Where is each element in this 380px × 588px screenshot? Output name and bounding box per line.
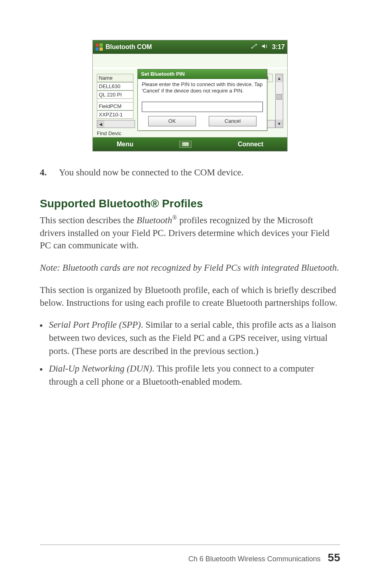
pin-input[interactable] xyxy=(142,102,263,112)
bullet-dun: Dial-Up Networking (DUN). This profile l… xyxy=(40,362,340,388)
cancel-button[interactable]: Cancel xyxy=(209,116,257,126)
step-text: You should now be connected to the COM d… xyxy=(59,166,243,179)
keyboard-icon[interactable]: ⌨ xyxy=(179,141,192,148)
table-row: DELL630 xyxy=(97,82,133,90)
profile-paragraph: This section is organized by Bluetooth p… xyxy=(40,284,340,309)
dialog-text: Please enter the PIN to connect with thi… xyxy=(142,81,263,94)
scroll-up-icon[interactable]: ▲ xyxy=(276,74,283,82)
scroll-down-icon[interactable]: ▼ xyxy=(276,120,283,128)
window-titlebar: Bluetooth COM 3:17 xyxy=(93,40,287,54)
svg-rect-1 xyxy=(100,43,103,47)
chapter-label: Ch 6 Bluetooth Wireless Communications xyxy=(188,555,321,563)
menu-button[interactable]: Menu xyxy=(117,141,133,148)
window-title: Bluetooth COM xyxy=(106,43,251,51)
section-heading: Supported Bluetooth® Profiles xyxy=(40,197,340,210)
svg-rect-3 xyxy=(100,47,103,51)
step-4: 4. You should now be connected to the CO… xyxy=(40,166,340,179)
windows-start-icon xyxy=(95,43,103,51)
column-header-name: Name xyxy=(97,74,133,82)
bluetooth-com-screenshot: Bluetooth COM 3:17 Name DELL630 QL 220 P… xyxy=(92,40,288,151)
volume-icon xyxy=(262,43,268,51)
dialog-title: Set Bluetooth PIN xyxy=(138,69,267,79)
scroll-left-icon[interactable]: ◀ xyxy=(97,120,104,128)
connect-button[interactable]: Connect xyxy=(238,141,263,148)
find-device-label: Find Devic xyxy=(97,130,121,136)
set-bluetooth-pin-dialog: Set Bluetooth PIN Please enter the PIN t… xyxy=(137,69,267,131)
clock-time: 3:17 xyxy=(272,43,285,51)
note-paragraph: Note: Bluetooth cards are not recognized… xyxy=(40,262,340,274)
table-row: XXPZ10-1 xyxy=(97,110,133,119)
page-footer: Ch 6 Bluetooth Wireless Communications 5… xyxy=(40,545,340,564)
bullet-spp: Serial Port Profile (SPP). Similar to a … xyxy=(40,319,340,358)
svg-rect-0 xyxy=(96,43,99,47)
menubar: Menu ⌨ Connect xyxy=(93,138,287,151)
table-row: QL 220 Pl xyxy=(97,90,133,99)
step-number: 4. xyxy=(40,166,50,179)
page-number: 55 xyxy=(328,551,340,564)
vertical-scrollbar[interactable]: ▲ ▼ xyxy=(275,74,283,128)
intro-paragraph: This section describes the Bluetooth® pr… xyxy=(40,213,340,252)
horizontal-scrollbar[interactable]: ◀ xyxy=(97,120,135,128)
ok-button[interactable]: OK xyxy=(148,116,196,126)
connectivity-icon xyxy=(251,43,258,51)
svg-rect-2 xyxy=(96,47,99,51)
table-row: FieldPCM xyxy=(97,102,133,110)
